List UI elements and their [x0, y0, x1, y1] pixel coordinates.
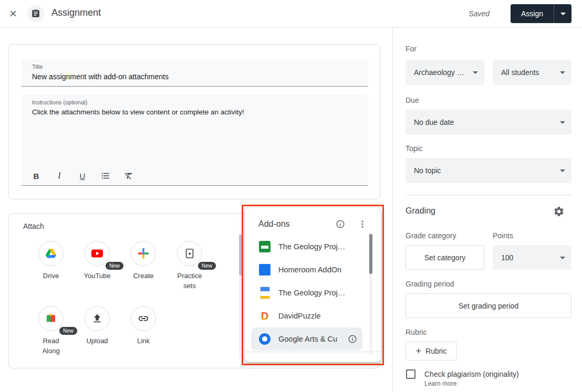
- grade-category-label: Grade category: [406, 231, 456, 240]
- addon-item-geology-2[interactable]: The Geology Proj…: [251, 281, 362, 304]
- rubric-label: Rubric: [406, 328, 427, 336]
- due-date-select[interactable]: No due date: [406, 110, 571, 135]
- topic-value: No topic: [414, 166, 441, 175]
- addon-item-geology-1[interactable]: The Geology Proj…: [251, 235, 362, 258]
- instructions-field-value: Click the attachments below to view cont…: [32, 108, 244, 116]
- italic-button[interactable]: I: [54, 171, 65, 181]
- addon-item-davidpuzzle[interactable]: D DavidPuzzle: [251, 304, 362, 327]
- assign-dropdown-button[interactable]: [554, 4, 571, 23]
- google-arts-culture-icon: [258, 333, 271, 345]
- attach-upload-button[interactable]: Upload: [74, 306, 120, 356]
- for-label: For: [406, 45, 417, 53]
- chevron-down-icon: [560, 13, 566, 15]
- attach-section-label: Attach: [23, 222, 44, 230]
- set-grading-period-button[interactable]: Set grading period: [406, 293, 571, 318]
- davidpuzzle-icon: D: [258, 310, 271, 322]
- attach-item-label: Link: [137, 336, 150, 346]
- title-field-label: Title: [32, 63, 43, 70]
- formatting-toolbar: B I U: [31, 171, 134, 181]
- scrollbar-thumb[interactable]: [369, 234, 372, 274]
- instructions-field-label: Instructions (optional): [32, 99, 87, 105]
- practice-sets-icon: [177, 241, 202, 266]
- class-select[interactable]: Archaeology …: [406, 60, 484, 85]
- addons-popup: Add-ons The Geology Proj… Homeroom AddOn…: [245, 208, 381, 362]
- grading-period-label: Grading period: [406, 280, 454, 288]
- annotation-highlight: Add-ons The Geology Proj… Homeroom AddOn…: [242, 205, 384, 365]
- plagiarism-label: Check plagiarism (originality): [424, 370, 519, 378]
- dialog-header: × Assignment Saved Assign: [0, 0, 582, 28]
- points-value: 100: [501, 253, 513, 262]
- assignment-form-card: Title New assignment with add-on attachm…: [8, 44, 380, 199]
- attach-item-label: YouTube: [84, 271, 110, 281]
- geology-doc-icon: [258, 287, 271, 299]
- addon-item-google-arts-culture[interactable]: Google Arts & Cu: [251, 327, 362, 351]
- points-label: Points: [493, 231, 513, 240]
- attach-item-label: Practice sets: [173, 271, 206, 291]
- chevron-down-icon: [560, 71, 565, 74]
- topic-select[interactable]: No topic: [406, 158, 571, 183]
- assignment-icon: [27, 5, 44, 22]
- chevron-down-icon: [560, 121, 565, 124]
- attach-link-button[interactable]: Link: [120, 306, 167, 356]
- attach-create-button[interactable]: Create: [120, 241, 167, 291]
- chevron-down-icon: [473, 71, 478, 74]
- info-icon[interactable]: [348, 334, 357, 344]
- class-select-value: Archaeology …: [414, 68, 464, 77]
- addon-item-label: The Geology Proj…: [278, 242, 345, 251]
- plagiarism-checkbox[interactable]: [406, 369, 415, 379]
- due-date-value: No due date: [414, 118, 454, 126]
- geology-project-icon: [258, 240, 271, 253]
- clear-formatting-button[interactable]: [123, 171, 134, 181]
- rubric-button-label: Rubric: [425, 347, 446, 355]
- youtube-icon: [85, 241, 110, 266]
- divider: [245, 352, 381, 352]
- points-select[interactable]: 100: [493, 245, 571, 270]
- addon-item-homeroom[interactable]: Homeroom AddOn: [251, 258, 362, 281]
- grading-section-title: Grading: [406, 206, 435, 216]
- attach-practice-sets-button[interactable]: New Practice sets: [167, 241, 213, 291]
- attach-item-label: Create: [133, 271, 153, 281]
- new-badge: New: [59, 327, 77, 335]
- set-grading-period-label: Set grading period: [459, 302, 518, 310]
- topic-label: Topic: [406, 144, 423, 153]
- underline-button[interactable]: U: [77, 171, 88, 181]
- title-field-value: New assignment with add-on attachments: [32, 72, 169, 81]
- assign-split-button: Assign: [511, 4, 571, 23]
- google-drive-icon: [38, 241, 64, 266]
- bulleted-list-button[interactable]: [100, 171, 111, 181]
- divider: [406, 195, 571, 195]
- saved-status: Saved: [469, 9, 490, 18]
- new-badge: New: [198, 262, 216, 270]
- bold-button[interactable]: B: [31, 171, 41, 181]
- attach-read-along-button[interactable]: New Read Along: [28, 306, 74, 356]
- addon-item-label: DavidPuzzle: [278, 312, 321, 320]
- gear-icon[interactable]: [553, 206, 565, 217]
- attach-item-label: Read Along: [34, 336, 68, 356]
- title-input[interactable]: Title New assignment with add-on attachm…: [22, 59, 368, 87]
- add-rubric-button[interactable]: + Rubric: [406, 342, 457, 361]
- addon-item-label: Google Arts & Cu: [278, 335, 337, 343]
- kebab-menu-icon[interactable]: [358, 219, 367, 229]
- instructions-input[interactable]: Instructions (optional) Click the attach…: [22, 95, 368, 186]
- assign-button[interactable]: Assign: [511, 4, 554, 23]
- divider: [392, 28, 393, 392]
- chevron-down-icon: [560, 257, 565, 259]
- addons-title: Add-ons: [258, 219, 290, 229]
- plus-icon: +: [416, 346, 422, 356]
- set-category-label: Set category: [424, 253, 466, 262]
- close-icon[interactable]: ×: [6, 7, 20, 20]
- learn-more-link[interactable]: Learn more: [424, 380, 456, 387]
- set-category-button[interactable]: Set category: [406, 245, 484, 270]
- info-icon[interactable]: [336, 219, 345, 229]
- addons-scrollbar[interactable]: [369, 233, 372, 355]
- attach-item-label: Drive: [43, 271, 59, 281]
- homeroom-addon-icon: [258, 263, 271, 276]
- upload-icon: [85, 306, 110, 331]
- addon-item-label: The Geology Proj…: [278, 289, 345, 297]
- attach-item-label: Upload: [86, 336, 108, 346]
- attach-drive-button[interactable]: Drive: [28, 241, 74, 291]
- new-badge: New: [106, 262, 123, 270]
- attach-youtube-button[interactable]: New YouTube: [74, 241, 120, 291]
- google-plus-icon: [131, 241, 156, 266]
- students-select[interactable]: All students: [493, 60, 571, 85]
